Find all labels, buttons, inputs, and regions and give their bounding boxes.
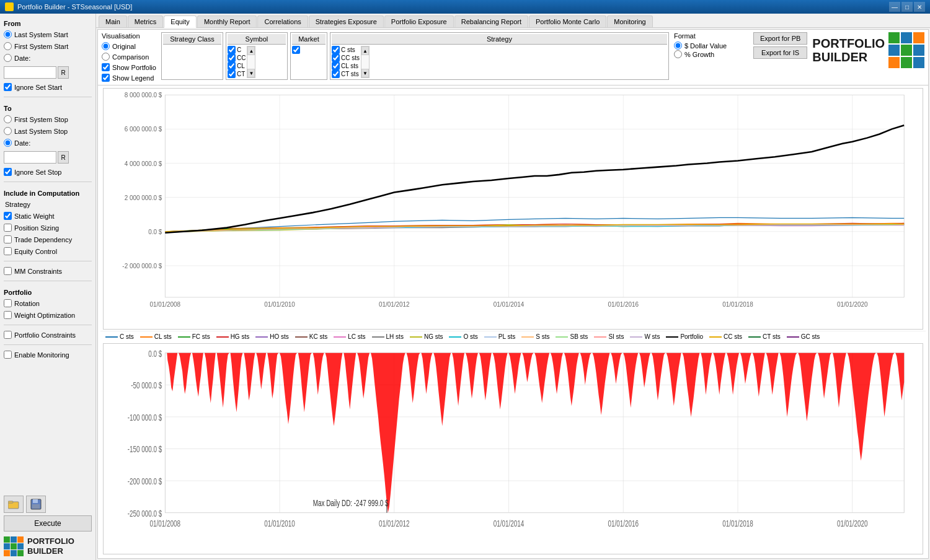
show-portfolio-check[interactable] xyxy=(102,63,110,71)
scroll-up[interactable]: ▲ xyxy=(247,46,255,55)
legend-line xyxy=(372,336,384,338)
pb-cell-lg xyxy=(913,45,924,56)
legend-label: Portfolio xyxy=(680,333,703,340)
tab-portfolio-monte-carlo[interactable]: Portfolio Monte Carlo xyxy=(529,15,606,27)
pb-cell xyxy=(4,543,10,549)
dollar-value-radio[interactable] xyxy=(674,42,682,50)
to-date-radio[interactable] xyxy=(4,139,12,147)
tab-equity[interactable]: Equity xyxy=(164,15,197,28)
symbol-scrollbar[interactable]: ▲ ▼ xyxy=(247,46,255,78)
scroll-down[interactable]: ▼ xyxy=(247,69,255,77)
tab-strategies-exposure[interactable]: Strategies Exposure xyxy=(309,15,384,27)
strategy-header: Strategy xyxy=(332,34,667,45)
symbol-content: C CC CL CT ▲ ▼ xyxy=(228,46,286,78)
mm-constraints-row: MM Constraints xyxy=(4,267,92,275)
mm-constraints-check[interactable] xyxy=(4,267,12,275)
tab-main[interactable]: Main xyxy=(99,15,127,27)
save-button[interactable] xyxy=(26,496,46,513)
close-button[interactable]: ✕ xyxy=(914,2,925,12)
pb-cell xyxy=(17,543,24,549)
legend-label: S sts xyxy=(536,333,549,340)
weight-opt-check[interactable] xyxy=(4,311,12,319)
equity-chart-svg: 8 000 000.0 $ 6 000 000.0 $ 4 000 000.0 … xyxy=(104,89,923,329)
position-sizing-check[interactable] xyxy=(4,224,12,232)
last-system-start-radio[interactable] xyxy=(4,30,12,38)
svg-text:4 000 000.0 $: 4 000 000.0 $ xyxy=(125,160,162,167)
pb-cell xyxy=(11,543,17,549)
ignore-set-stop-row: Ignore Set Stop xyxy=(4,168,92,176)
folder-button[interactable] xyxy=(4,496,24,513)
tab-portfolio-exposure[interactable]: Portfolio Exposure xyxy=(384,15,454,27)
execute-button[interactable]: Execute xyxy=(4,515,92,532)
titlebar-left: Portfolio Builder - STSseasonal [USD] xyxy=(5,2,132,11)
scroll-track xyxy=(247,55,255,69)
ignore-set-start-check[interactable] xyxy=(4,83,12,91)
format-section: Format $ Dollar Value % Growth xyxy=(674,32,748,59)
svg-text:01/01/2008: 01/01/2008 xyxy=(149,301,180,308)
export-is-button[interactable]: Export for IS xyxy=(753,46,807,59)
legend-line xyxy=(105,336,118,338)
svg-text:01/01/2016: 01/01/2016 xyxy=(608,518,639,528)
symbol-ct: CT xyxy=(228,70,246,78)
original-radio[interactable] xyxy=(102,42,110,50)
rotation-check[interactable] xyxy=(4,299,12,307)
show-legend-check[interactable] xyxy=(102,74,110,82)
to-r-button[interactable]: R xyxy=(58,151,69,164)
strategy-scrollbar[interactable]: ▲ ▼ xyxy=(361,46,370,78)
legend-ng-sts: NG sts xyxy=(410,333,443,340)
strat-scroll-up[interactable]: ▲ xyxy=(361,46,369,55)
equity-control-check[interactable] xyxy=(4,247,12,255)
legend-line xyxy=(666,336,678,338)
market-check xyxy=(292,46,300,54)
titlebar-controls: — □ ✕ xyxy=(889,2,925,12)
portfolio-constraints-check[interactable] xyxy=(4,331,12,339)
first-system-stop-radio[interactable] xyxy=(4,115,12,123)
pb-cell-lg xyxy=(888,57,900,68)
to-date-input[interactable]: 26/11/2020 xyxy=(4,151,56,164)
strategy-box: Strategy C sts CC sts CL sts CT sts ▲ xyxy=(330,32,669,80)
tab-rebalancing-report[interactable]: Rebalancing Report xyxy=(454,15,528,27)
folder-icon xyxy=(8,499,19,509)
tab-monthly-report[interactable]: Monthly Report xyxy=(197,15,257,27)
ignore-set-stop-check[interactable] xyxy=(4,168,12,176)
charts-area: 8 000 000.0 $ 6 000 000.0 $ 4 000 000.0 … xyxy=(98,85,928,558)
market-header: Market xyxy=(292,34,326,45)
legend-line xyxy=(630,336,642,338)
legend-label: CT sts xyxy=(763,333,781,340)
pb-cell-lg xyxy=(888,45,900,56)
strategy-content: C sts CC sts CL sts CT sts ▲ ▼ xyxy=(332,46,667,78)
enable-monitoring-check[interactable] xyxy=(4,351,12,359)
legend-line xyxy=(140,336,153,338)
from-date-radio[interactable] xyxy=(4,54,12,62)
pct-growth-label: % Growth xyxy=(684,51,714,58)
legend-w-sts: W sts xyxy=(630,333,660,340)
tab-monitoring[interactable]: Monitoring xyxy=(607,15,652,27)
divider2 xyxy=(4,182,92,182)
static-weight-check[interactable] xyxy=(4,212,12,220)
tab-correlations[interactable]: Correlations xyxy=(257,15,308,27)
pct-growth-radio[interactable] xyxy=(674,50,682,58)
legend-line xyxy=(556,336,568,338)
maximize-button[interactable]: □ xyxy=(901,2,913,12)
legend-label: W sts xyxy=(644,333,660,340)
legend-line xyxy=(449,336,461,338)
tab-metrics[interactable]: Metrics xyxy=(128,15,163,27)
from-r-button[interactable]: R xyxy=(58,66,69,79)
from-date-input[interactable]: 01/01/2019 xyxy=(4,66,56,79)
drawdown-chart-svg: 0.0 $ -50 000.0 $ -100 000.0 $ -150 000.… xyxy=(104,344,923,554)
trade-dependency-check[interactable] xyxy=(4,235,12,243)
last-system-stop-radio[interactable] xyxy=(4,127,12,135)
comparison-radio[interactable] xyxy=(102,53,110,61)
trade-dependency-row: Trade Dependency xyxy=(4,235,92,243)
minimize-button[interactable]: — xyxy=(889,2,900,12)
sidebar: From Last System Start First System Star… xyxy=(0,14,96,560)
svg-text:01/01/2020: 01/01/2020 xyxy=(837,301,868,308)
first-system-start-radio[interactable] xyxy=(4,42,12,50)
pb-cell xyxy=(4,536,10,543)
strat-scroll-down[interactable]: ▼ xyxy=(361,69,369,77)
svg-text:01/01/2012: 01/01/2012 xyxy=(379,301,410,308)
pb-logo-text-small: PORTFOLIO BUILDER xyxy=(27,536,74,556)
pb-cell xyxy=(11,550,17,556)
pb-cell xyxy=(17,536,24,543)
export-pb-button[interactable]: Export for PB xyxy=(753,32,807,45)
